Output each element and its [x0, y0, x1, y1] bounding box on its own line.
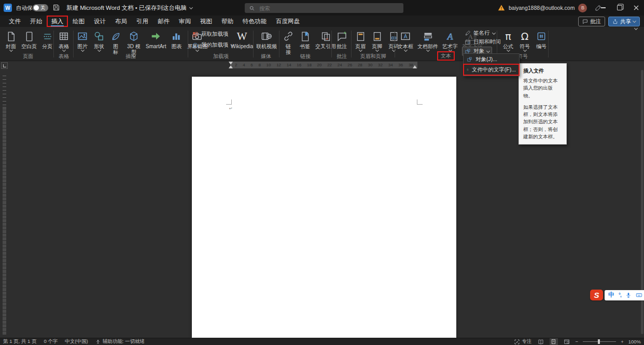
focus-mode-button[interactable]: 专注: [514, 338, 532, 345]
vertical-ruler-margin: [3, 73, 6, 106]
chart-button[interactable]: 图表: [169, 29, 184, 50]
zoom-in-button[interactable]: +: [621, 339, 624, 344]
online-video-button[interactable]: 联机视频: [255, 29, 278, 50]
icons-icon: [110, 31, 121, 42]
insert-file-tooltip: 插入文件 将文件中的文本插入您的出版物。 如果选择了文本框，则文本将添加到所选的…: [519, 63, 567, 145]
language-indicator[interactable]: 中文(中国): [65, 338, 88, 345]
cover-page-icon: [6, 31, 17, 42]
signature-line-button[interactable]: 签名行: [463, 29, 497, 37]
group-label-illustrations: 插图: [75, 53, 187, 60]
header-button[interactable]: 页眉: [353, 29, 368, 52]
tab-help[interactable]: 帮助: [217, 16, 238, 27]
tab-design[interactable]: 设计: [89, 16, 110, 27]
page-break-button[interactable]: 分页: [39, 29, 55, 50]
sogou-logo-icon[interactable]: S: [590, 290, 603, 300]
bookmark-button[interactable]: 书签: [297, 29, 313, 50]
online-video-icon: [261, 31, 272, 42]
account-area[interactable]: baiyang1888@outlook.com B: [498, 3, 602, 13]
cover-page-button[interactable]: 封面: [3, 29, 19, 52]
quick-parts-button[interactable]: 文档部件: [416, 29, 440, 52]
vertical-ruler[interactable]: [3, 107, 6, 335]
collapse-ribbon-button[interactable]: [632, 25, 640, 32]
word-count[interactable]: 0 个字: [44, 338, 58, 345]
tab-view[interactable]: 视图: [195, 16, 217, 27]
tab-baidu-netdisk[interactable]: 百度网盘: [271, 16, 304, 27]
bookmark-icon: [300, 31, 311, 42]
smartart-button[interactable]: SmartArt: [144, 29, 167, 50]
autosave-toggle[interactable]: 关: [33, 4, 48, 11]
get-add-ins-button[interactable]: 获取加载项: [190, 30, 231, 38]
quick-parts-icon: [423, 31, 433, 42]
tab-selector[interactable]: [1, 62, 8, 69]
warning-icon: [498, 4, 505, 11]
tab-layout[interactable]: 布局: [110, 16, 132, 27]
read-mode-button[interactable]: [537, 338, 545, 345]
zoom-slider[interactable]: [583, 341, 616, 342]
left-indent-marker[interactable]: [229, 65, 233, 68]
group-label-media: 媒体: [254, 53, 278, 60]
footer-button[interactable]: 页脚: [369, 29, 385, 52]
shapes-button[interactable]: 形状: [91, 29, 107, 52]
text-box-icon: [400, 31, 411, 42]
footer-icon: [372, 31, 383, 42]
avatar[interactable]: B: [578, 4, 587, 12]
print-layout-icon: [551, 339, 556, 344]
ime-language-mode[interactable]: 中: [608, 291, 614, 299]
menu-item-object[interactable]: 对象(J)...: [464, 54, 519, 64]
close-button[interactable]: [628, 0, 644, 16]
comments-button[interactable]: 批注: [578, 17, 605, 26]
pictures-button[interactable]: 图片: [75, 29, 90, 52]
print-layout-button[interactable]: [550, 338, 558, 345]
pictures-icon: [77, 31, 88, 42]
table-button[interactable]: 表格: [56, 29, 72, 52]
tab-insert[interactable]: 插入: [47, 16, 68, 27]
blank-page-button[interactable]: 空白页: [20, 29, 38, 50]
margin-corner-mark-top-left: [226, 99, 232, 105]
tab-mailings[interactable]: 邮件: [153, 16, 174, 27]
shapes-icon: [93, 31, 105, 42]
ime-punctuation-icon[interactable]: °,: [619, 292, 621, 298]
tab-draw[interactable]: 绘图: [68, 16, 89, 27]
ime-mic-icon[interactable]: [625, 292, 632, 298]
document-title[interactable]: 新建 Microsoft Word 文档 • 已保存到这台电脑: [66, 4, 192, 12]
symbol-icon: Ω: [521, 30, 529, 43]
search-box[interactable]: [245, 3, 403, 13]
date-time-icon: [465, 39, 471, 45]
ime-keyboard-icon[interactable]: [636, 292, 642, 298]
text-box-button[interactable]: 文本框: [396, 29, 415, 52]
tab-references[interactable]: 引用: [132, 16, 153, 27]
zoom-slider-thumb[interactable]: [598, 339, 600, 344]
tab-file[interactable]: 文件: [4, 16, 25, 27]
zoom-out-button[interactable]: −: [576, 339, 579, 344]
smartart-icon: [150, 31, 162, 42]
first-line-indent-marker[interactable]: [229, 62, 233, 65]
sogou-ime-bar[interactable]: S 中 °,: [590, 290, 644, 300]
wordart-button[interactable]: 艺术字: [441, 29, 459, 52]
document-page[interactable]: ↵: [192, 77, 456, 338]
signature-line-icon: [465, 30, 471, 36]
minimize-button[interactable]: [595, 0, 611, 16]
tab-special-features[interactable]: 特色功能: [238, 16, 271, 27]
page-info[interactable]: 第 1 页, 共 1 页: [3, 338, 36, 345]
new-comment-button[interactable]: 批注: [334, 29, 349, 50]
menu-item-text-from-file[interactable]: 文件中的文字(F)...: [464, 64, 519, 75]
icons-button[interactable]: 图标: [108, 29, 123, 55]
object-icon: [467, 56, 472, 62]
zoom-level[interactable]: 100%: [628, 339, 641, 344]
save-button[interactable]: [52, 4, 60, 11]
right-indent-marker[interactable]: [413, 65, 417, 68]
account-email: baiyang1888@outlook.com: [509, 5, 575, 11]
link-button[interactable]: 链接: [281, 29, 296, 55]
tab-home[interactable]: 开始: [25, 16, 47, 27]
tab-review[interactable]: 审阅: [174, 16, 195, 27]
wikipedia-button[interactable]: W Wikipedia: [229, 29, 255, 50]
equation-button[interactable]: π 公式: [500, 29, 516, 52]
symbol-button[interactable]: Ω 符号: [517, 29, 533, 52]
object-dropdown-menu: 对象(J)... 文件中的文字(F)...: [463, 53, 520, 76]
search-input[interactable]: [258, 5, 390, 12]
web-layout-button[interactable]: [563, 338, 571, 345]
status-bar: 第 1 页, 共 1 页 0 个字 中文(中国) 辅助功能: 一切就绪 专注 −…: [0, 338, 644, 345]
accessibility-status[interactable]: 辅助功能: 一切就绪: [95, 338, 145, 345]
restore-button[interactable]: [612, 0, 627, 16]
number-button[interactable]: 编号: [534, 29, 549, 50]
